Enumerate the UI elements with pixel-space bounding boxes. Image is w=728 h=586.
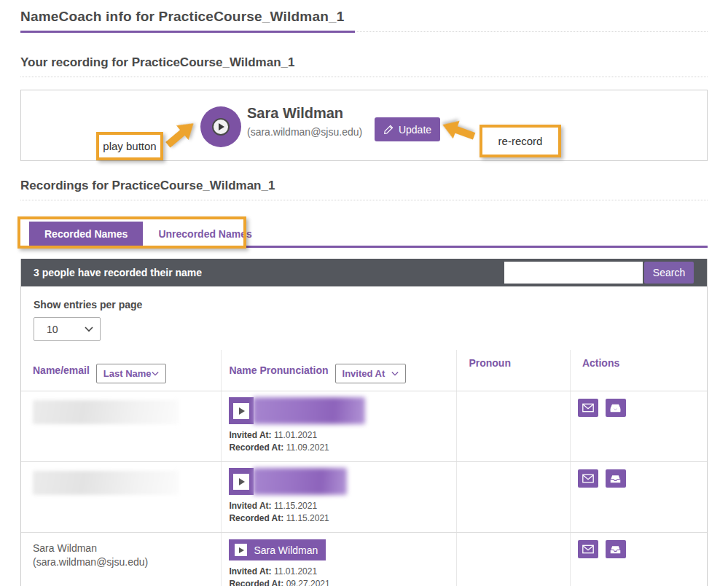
invited-at-value: 11.15.2021 — [274, 501, 317, 511]
cell-name: Sara Wildman (sara.wildman@sjsu.edu) — [21, 533, 222, 586]
search-area: Search — [504, 262, 694, 284]
recorded-at-value: 11.15.2021 — [286, 513, 329, 523]
pronunciation-name-label: Sara Wildman — [254, 544, 318, 556]
results-summary: 3 people have recorded their name — [34, 267, 202, 278]
row-name: Sara Wildman — [33, 542, 221, 555]
email-action-button[interactable] — [578, 399, 598, 417]
cell-name — [21, 462, 222, 533]
update-recording-button[interactable]: Update — [375, 117, 440, 141]
cell-name — [21, 391, 222, 462]
play-pronunciation-button[interactable] — [229, 468, 456, 495]
play-icon — [212, 118, 230, 136]
tab-bar: Recorded Names Unrecorded Names — [29, 222, 267, 246]
recorded-at-label: Recorded At: — [229, 513, 283, 523]
tab-unrecorded-label: Unrecorded Names — [158, 228, 251, 240]
col-pronoun: Pronoun — [457, 350, 570, 391]
cell-pronoun — [457, 533, 570, 586]
recorded-at-value: 09.27.2021 — [286, 579, 330, 586]
cell-pronunciation: Invited At: 11.01.2021 Recorded At: 11.0… — [222, 391, 457, 462]
cell-pronoun — [457, 391, 570, 462]
owner-name: Sara Wildman — [247, 105, 362, 122]
tab-underline — [20, 246, 708, 248]
invited-at-label: Invited At: — [229, 501, 271, 511]
name-sort-select[interactable]: Last Name — [96, 364, 166, 383]
play-recording-button[interactable] — [200, 106, 241, 147]
play-icon — [233, 403, 249, 419]
cell-pronoun — [457, 462, 570, 533]
recorded-at-value: 11.09.2021 — [286, 442, 329, 453]
redacted-pronunciation-blur — [253, 468, 347, 495]
email-action-button[interactable] — [578, 469, 598, 488]
pencil-icon — [383, 125, 394, 135]
row-dates: Invited At: 11.01.2021 Recorded At: 09.2… — [229, 566, 456, 586]
play-icon — [233, 474, 249, 490]
col-name-email-label: Name/email — [33, 364, 90, 376]
search-button[interactable]: Search — [644, 262, 694, 284]
envelope-icon — [582, 544, 594, 554]
your-recording-heading: Your recording for PracticeCourse_Wildma… — [20, 55, 708, 77]
envelope-icon — [582, 474, 594, 483]
play-pronunciation-button[interactable] — [229, 397, 456, 424]
cell-pronunciation: Sara Wildman Invited At: 11.01.2021 Reco… — [222, 533, 457, 586]
redacted-name-blur — [33, 400, 179, 424]
play-pronunciation-button[interactable]: Sara Wildman — [229, 539, 326, 560]
invited-at-label: Invited At: — [229, 430, 271, 440]
invited-at-value: 11.01.2021 — [274, 430, 317, 440]
table-row: Invited At: 11.01.2021 Recorded At: 11.0… — [21, 391, 707, 462]
tab-recorded-names[interactable]: Recorded Names — [29, 222, 143, 246]
col-pronunciation: Name Pronunciation Invited At — [222, 350, 457, 391]
callout-rerecord-label: re-record — [498, 135, 543, 147]
inbox-icon — [610, 544, 621, 554]
redacted-name-blur — [33, 471, 179, 495]
table-row: Sara Wildman (sara.wildman@sjsu.edu) Sar… — [21, 533, 707, 586]
recorded-names-panel: 3 people have recorded their name Search… — [20, 259, 708, 586]
inbox-icon — [610, 403, 621, 413]
purple-rule — [20, 31, 355, 33]
inbox-icon — [610, 474, 621, 483]
inbox-action-button[interactable] — [606, 469, 626, 488]
page-title: NameCoach info for PracticeCourse_Wildma… — [20, 9, 708, 25]
recorded-at-label: Recorded At: — [229, 442, 283, 453]
recorded-at-label: Recorded At: — [229, 579, 283, 586]
cell-actions — [570, 533, 707, 586]
col-actions: Actions — [570, 350, 707, 391]
tab-recorded-label: Recorded Names — [44, 228, 128, 240]
recorded-names-table: Name/email Last Name Name Pronunciation — [21, 350, 707, 586]
redacted-pronunciation-blur — [253, 397, 365, 424]
tab-unrecorded-names[interactable]: Unrecorded Names — [143, 222, 267, 246]
callout-rerecord: re-record — [480, 125, 561, 157]
col-name-email: Name/email Last Name — [21, 350, 222, 391]
title-divider — [20, 31, 708, 34]
recordings-heading: Recordings for PracticeCourse_Wildman_1 — [20, 179, 708, 200]
update-label: Update — [399, 124, 431, 136]
entries-per-page-top: Show entries per page 10 — [21, 286, 707, 341]
row-dates: Invited At: 11.15.2021 Recorded At: 11.1… — [229, 500, 456, 525]
inbox-action-button[interactable] — [606, 540, 626, 558]
results-toolbar: 3 people have recorded their name Search — [21, 259, 707, 286]
play-icon — [235, 544, 247, 556]
col-pronunciation-label: Name Pronunciation — [229, 364, 328, 376]
entries-select[interactable]: 10 — [34, 317, 101, 341]
callout-play-label: play button — [103, 140, 156, 152]
cell-pronunciation: Invited At: 11.15.2021 Recorded At: 11.1… — [222, 462, 457, 533]
table-header-row: Name/email Last Name Name Pronunciation — [21, 350, 707, 391]
row-name-email: Sara Wildman (sara.wildman@sjsu.edu) — [33, 539, 221, 569]
pronunciation-sort-select[interactable]: Invited At — [335, 364, 406, 383]
email-action-button[interactable] — [578, 540, 598, 558]
arrow-to-play-button — [162, 116, 200, 152]
cell-actions — [570, 462, 707, 533]
entries-label: Show entries per page — [34, 299, 707, 310]
inbox-action-button[interactable] — [606, 399, 626, 417]
search-input[interactable] — [504, 262, 643, 284]
tabs-zone: Recorded Names Unrecorded Names — [20, 216, 708, 251]
table-row: Invited At: 11.15.2021 Recorded At: 11.1… — [21, 462, 707, 533]
arrow-to-update-button — [439, 116, 477, 145]
invited-at-value: 11.01.2021 — [274, 566, 317, 577]
your-recording-card: play button Sara Wildman (sara.wildman@s… — [20, 90, 708, 161]
cell-actions — [570, 391, 707, 462]
envelope-icon — [582, 403, 594, 413]
row-email: (sara.wildman@sjsu.edu) — [33, 555, 221, 569]
row-dates: Invited At: 11.01.2021 Recorded At: 11.0… — [229, 429, 456, 454]
recording-owner: Sara Wildman (sara.wildman@sjsu.edu) — [247, 105, 362, 138]
namecoach-page: NameCoach info for PracticeCourse_Wildma… — [0, 0, 728, 586]
